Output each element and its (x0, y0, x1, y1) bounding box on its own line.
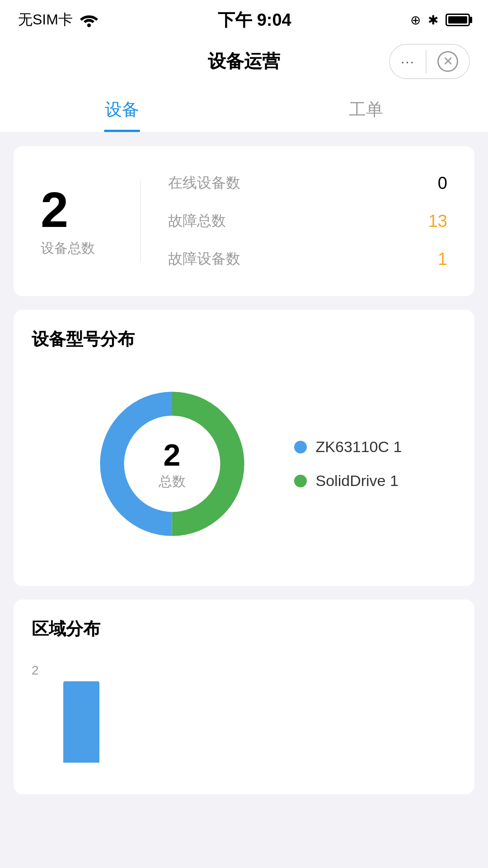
tab-workorder[interactable]: 工单 (244, 85, 488, 132)
stats-card: 2 设备总数 在线设备数 0 故障总数 13 故障设备数 1 (14, 146, 474, 296)
donut-total-number: 2 (159, 437, 186, 472)
lock-icon: ⊕ (410, 13, 421, 28)
stat-fault-devices-value: 1 (438, 250, 447, 269)
stat-fault-devices-label: 故障设备数 (168, 249, 240, 269)
wifi-icon (79, 13, 99, 27)
bar-rect-0 (63, 681, 99, 763)
region-distribution-card: 区域分布 2 (14, 599, 474, 794)
status-time: 下午 9:04 (218, 9, 291, 32)
total-number: 2 (41, 185, 68, 235)
bar-column-0 (63, 681, 99, 763)
chart-legend: ZK63110C 1 SolidDrive 1 (294, 438, 402, 490)
stat-faults-value: 13 (428, 212, 447, 231)
legend-dot-solid (294, 475, 307, 487)
stats-items: 在线设备数 0 故障总数 13 故障设备数 1 (168, 169, 447, 274)
model-distribution-title: 设备型号分布 (32, 328, 456, 351)
donut-center: 2 总数 (159, 437, 186, 491)
bar-y-max-label: 2 (32, 663, 39, 678)
total-devices: 2 设备总数 (41, 185, 113, 258)
donut-chart-area: 2 总数 ZK63110C 1 SolidDrive 1 (32, 364, 456, 563)
status-carrier: 无SIM卡 (18, 10, 99, 30)
main-content: 2 设备总数 在线设备数 0 故障总数 13 故障设备数 1 设备型号分布 (0, 132, 488, 821)
legend-item-zk: ZK63110C 1 (294, 438, 402, 456)
page-title: 设备运营 (208, 49, 280, 74)
total-label: 设备总数 (41, 239, 95, 258)
battery-icon (446, 14, 470, 26)
legend-item-solid: SolidDrive 1 (294, 472, 402, 490)
legend-dot-zk (294, 441, 307, 453)
tab-device[interactable]: 设备 (0, 85, 244, 132)
header-actions: ··· ✕ (389, 44, 470, 79)
status-indicators: ⊕ ✱ (410, 13, 470, 28)
legend-label-solid: SolidDrive 1 (316, 472, 399, 490)
bar-chart-area: 2 (32, 654, 456, 772)
region-distribution-title: 区域分布 (32, 618, 456, 641)
stat-faults: 故障总数 13 (168, 207, 447, 236)
header: 设备运营 ··· ✕ (0, 40, 488, 85)
legend-label-zk: ZK63110C 1 (316, 438, 402, 456)
stat-online-label: 在线设备数 (168, 173, 240, 193)
more-button[interactable]: ··· (390, 47, 426, 75)
close-button[interactable]: ✕ (427, 45, 469, 78)
stat-fault-devices: 故障设备数 1 (168, 245, 447, 274)
stat-faults-label: 故障总数 (168, 211, 226, 231)
bar-chart-content (63, 663, 456, 763)
tab-bar: 设备 工单 (0, 85, 488, 132)
stat-online-value: 0 (438, 174, 447, 193)
model-distribution-card: 设备型号分布 2 总数 (14, 310, 474, 586)
stat-online: 在线设备数 0 (168, 169, 447, 198)
bluetooth-icon: ✱ (428, 13, 438, 28)
close-icon: ✕ (437, 51, 458, 72)
svg-point-0 (87, 24, 91, 27)
status-bar: 无SIM卡 下午 9:04 ⊕ ✱ (0, 0, 488, 40)
donut-chart: 2 总数 (86, 378, 258, 550)
stats-divider (140, 180, 141, 262)
donut-total-label: 总数 (159, 472, 186, 491)
